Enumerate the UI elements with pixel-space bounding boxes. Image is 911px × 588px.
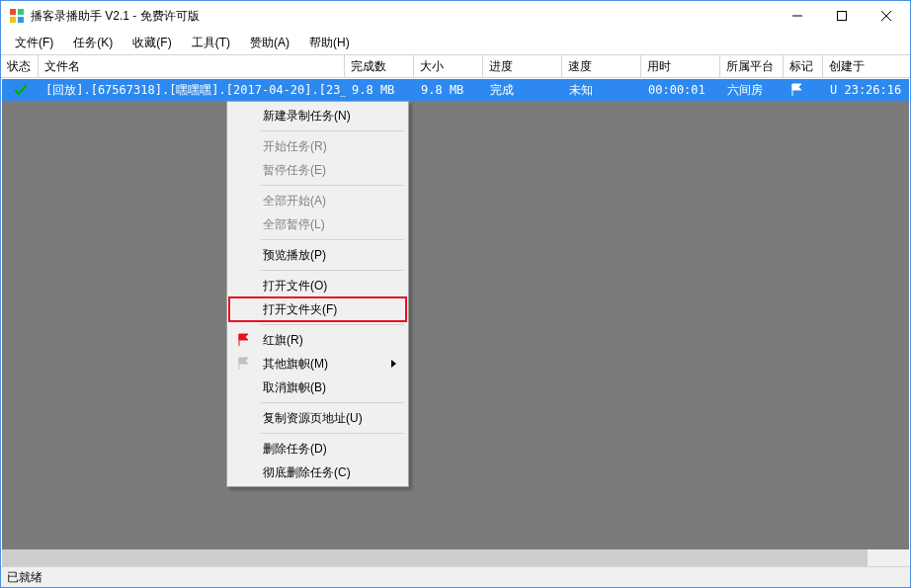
cm-separator xyxy=(261,185,404,186)
cm-new-record-task[interactable]: 新建录制任务(N) xyxy=(229,104,406,127)
cm-separator xyxy=(261,433,404,434)
col-header-created[interactable]: 创建于 xyxy=(823,55,910,77)
status-text: 已就绪 xyxy=(7,569,42,586)
cm-start-all: 全部开始(A) xyxy=(229,189,406,212)
col-header-progress[interactable]: 进度 xyxy=(483,55,562,77)
svg-rect-2 xyxy=(10,17,16,23)
cell-name: [回放].[67567318].[嘿嘿嘿].[2017-04-20].[23_1… xyxy=(40,79,346,101)
menu-file[interactable]: 文件(F) xyxy=(5,32,63,54)
columns-header: 状态 文件名 完成数 大小 进度 速度 用时 所属平台 标记 创建于 xyxy=(1,54,910,78)
col-header-done[interactable]: 完成数 xyxy=(345,55,414,77)
cell-speed: 未知 xyxy=(563,79,642,101)
menu-tools[interactable]: 工具(T) xyxy=(182,32,240,54)
cm-separator xyxy=(261,270,404,271)
check-icon xyxy=(14,83,28,97)
cell-time: 00:00:01 xyxy=(642,79,721,101)
col-header-flag[interactable]: 标记 xyxy=(784,55,823,77)
cm-pause-task: 暂停任务(E) xyxy=(229,158,406,182)
cm-red-flag[interactable]: 红旗(R) xyxy=(229,328,406,352)
svg-rect-3 xyxy=(18,17,24,23)
table-row[interactable]: [回放].[67567318].[嘿嘿嘿].[2017-04-20].[23_1… xyxy=(2,79,909,101)
cm-open-file[interactable]: 打开文件(O) xyxy=(229,274,406,297)
task-list: [回放].[67567318].[嘿嘿嘿].[2017-04-20].[23_1… xyxy=(2,79,909,566)
svg-rect-1 xyxy=(18,9,24,15)
maximize-button[interactable] xyxy=(819,2,864,30)
cm-start-task: 开始任务(R) xyxy=(229,134,406,158)
app-icon xyxy=(9,8,25,24)
cell-platform: 六间房 xyxy=(721,79,785,101)
cm-separator xyxy=(261,239,404,240)
minimize-button[interactable] xyxy=(775,2,819,30)
cm-permadelete-task[interactable]: 彻底删除任务(C) xyxy=(229,461,406,484)
col-header-time[interactable]: 用时 xyxy=(641,55,720,77)
cm-preview-play[interactable]: 预览播放(P) xyxy=(229,243,406,267)
window-controls xyxy=(775,2,908,30)
col-header-name[interactable]: 文件名 xyxy=(39,55,345,77)
cm-other-flags-label: 其他旗帜(M) xyxy=(263,356,328,373)
col-header-platform[interactable]: 所属平台 xyxy=(720,55,784,77)
cell-progress: 完成 xyxy=(484,79,563,101)
cm-separator xyxy=(261,130,404,131)
cm-copy-source-url[interactable]: 复制资源页地址(U) xyxy=(229,406,406,430)
cell-flag xyxy=(785,79,824,101)
cm-open-folder[interactable]: 打开文件夹(F) xyxy=(229,297,406,321)
scrollbar-corner xyxy=(892,549,909,566)
submenu-arrow-icon xyxy=(391,360,396,368)
menubar: 文件(F) 任务(K) 收藏(F) 工具(T) 赞助(A) 帮助(H) xyxy=(1,31,910,54)
cm-separator xyxy=(261,402,404,403)
scrollbar-thumb[interactable] xyxy=(2,549,868,566)
menu-donate[interactable]: 赞助(A) xyxy=(240,32,299,54)
cm-separator xyxy=(261,324,404,325)
close-button[interactable] xyxy=(864,2,908,30)
window-title: 播客录播助手 V2.1 - 免费许可版 xyxy=(31,8,775,25)
menu-favorites[interactable]: 收藏(F) xyxy=(123,32,181,54)
cm-cancel-flag[interactable]: 取消旗帜(B) xyxy=(229,376,406,399)
gray-flag-icon xyxy=(234,355,252,373)
statusbar: 已就绪 xyxy=(1,566,910,587)
col-header-speed[interactable]: 速度 xyxy=(562,55,641,77)
col-header-size[interactable]: 大小 xyxy=(414,55,483,77)
menu-help[interactable]: 帮助(H) xyxy=(299,32,360,54)
svg-rect-0 xyxy=(10,9,16,15)
cell-size: 9.8 MB xyxy=(415,79,484,101)
cell-status xyxy=(2,79,40,101)
cm-pause-all: 全部暂停(L) xyxy=(229,212,406,236)
horizontal-scrollbar[interactable] xyxy=(2,549,892,566)
cm-red-flag-label: 红旗(R) xyxy=(263,332,303,349)
titlebar: 播客录播助手 V2.1 - 免费许可版 xyxy=(1,1,910,31)
flag-icon xyxy=(790,83,804,97)
cm-delete-task[interactable]: 删除任务(D) xyxy=(229,437,406,461)
menu-task[interactable]: 任务(K) xyxy=(63,32,123,54)
red-flag-icon xyxy=(234,331,252,349)
context-menu: 新建录制任务(N) 开始任务(R) 暂停任务(E) 全部开始(A) 全部暂停(L… xyxy=(226,101,409,487)
svg-rect-5 xyxy=(837,12,846,21)
cell-created: U 23:26:16 xyxy=(824,79,909,101)
cm-other-flags[interactable]: 其他旗帜(M) xyxy=(229,352,406,376)
cell-done: 9.8 MB xyxy=(346,79,415,101)
col-header-status[interactable]: 状态 xyxy=(1,55,39,77)
